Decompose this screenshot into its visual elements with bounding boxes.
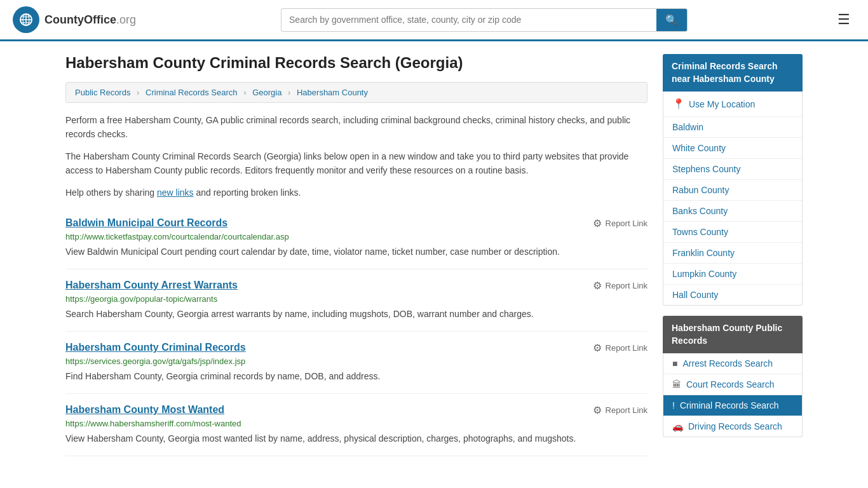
logo-icon: [13, 6, 39, 33]
sidebar-public-records-link[interactable]: Court Records Search: [686, 379, 775, 390]
record-title[interactable]: Habersham County Arrest Warrants: [65, 280, 238, 291]
record-title[interactable]: Baldwin Municipal Court Records: [65, 217, 227, 229]
record-item: Habersham County Criminal Records ⚙ Repo…: [65, 332, 648, 394]
breadcrumb-sep3: ›: [288, 88, 290, 97]
description-para3: Help others by sharing new links and rep…: [65, 186, 648, 200]
sidebar-item-icon: ■: [672, 358, 677, 369]
records-list: Baldwin Municipal Court Records ⚙ Report…: [65, 207, 648, 456]
new-links-link[interactable]: new links: [157, 187, 194, 198]
page-title: Habersham County Criminal Records Search…: [65, 54, 648, 72]
sidebar-public-records-item[interactable]: ! Criminal Records Search: [663, 395, 802, 416]
sidebar-nearby-item[interactable]: Banks County: [663, 201, 802, 222]
breadcrumb-sep1: ›: [137, 88, 139, 97]
sidebar-public-records-item[interactable]: 🏛 Court Records Search: [663, 374, 802, 395]
sidebar-nearby-link[interactable]: Banks County: [672, 206, 728, 216]
report-link[interactable]: ⚙ Report Link: [593, 404, 648, 416]
public-records-items: ■ Arrest Records Search 🏛 Court Records …: [663, 353, 802, 437]
breadcrumb-sep2: ›: [243, 88, 246, 97]
report-link[interactable]: ⚙ Report Link: [593, 217, 648, 229]
sidebar-nearby-item[interactable]: Franklin County: [663, 243, 802, 264]
location-icon: 📍: [672, 98, 685, 110]
report-label: Report Link: [606, 343, 648, 353]
use-location[interactable]: 📍 Use My Location: [663, 92, 802, 117]
record-item: Baldwin Municipal Court Records ⚙ Report…: [65, 207, 648, 269]
menu-icon: ☰: [837, 11, 850, 27]
sidebar-nearby-link[interactable]: Hall County: [672, 290, 718, 300]
search-button[interactable]: 🔍: [656, 9, 687, 31]
report-icon: ⚙: [593, 217, 602, 229]
record-item: Habersham County Arrest Warrants ⚙ Repor…: [65, 269, 648, 332]
description-para3-suffix: and reporting broken links.: [194, 187, 301, 198]
search-bar: 🔍: [281, 8, 688, 32]
sidebar-item-icon: 🏛: [672, 379, 681, 390]
record-item: Habersham County Most Wanted ⚙ Report Li…: [65, 394, 648, 456]
public-records-section: ■ Arrest Records Search 🏛 Court Records …: [663, 353, 803, 437]
logo-text: CountyOffice.org: [44, 13, 136, 27]
record-desc: Search Habersham County, Georgia arrest …: [65, 308, 648, 321]
sidebar: Criminal Records Search near Habersham C…: [663, 54, 803, 456]
breadcrumb: Public Records › Criminal Records Search…: [65, 82, 648, 103]
content-area: Habersham County Criminal Records Search…: [65, 54, 648, 456]
description-para3-prefix: Help others by sharing: [65, 187, 157, 198]
description-para1: Perform a free Habersham County, GA publ…: [65, 113, 648, 142]
sidebar-nearby-link[interactable]: White County: [672, 143, 726, 153]
sidebar-nearby-item[interactable]: Stephens County: [663, 159, 802, 180]
nearby-items: BaldwinWhite CountyStephens CountyRabun …: [663, 117, 802, 305]
sidebar-nearby-item[interactable]: White County: [663, 138, 802, 159]
record-desc: View Baldwin Municipal Court pending cou…: [65, 245, 648, 259]
sidebar-public-records-item[interactable]: 🚗 Driving Records Search: [663, 416, 802, 437]
sidebar-nearby-link[interactable]: Rabun County: [672, 185, 729, 195]
sidebar-nearby-item[interactable]: Rabun County: [663, 180, 802, 201]
use-location-link[interactable]: Use My Location: [689, 99, 755, 109]
description-para2: The Habersham County Criminal Records Se…: [65, 149, 648, 178]
record-title[interactable]: Habersham County Criminal Records: [65, 342, 246, 353]
sidebar-nearby-item[interactable]: Towns County: [663, 222, 802, 243]
report-icon: ⚙: [593, 404, 602, 416]
nearby-title: Criminal Records Search near Habersham C…: [663, 54, 803, 92]
search-icon: 🔍: [665, 15, 678, 25]
report-icon: ⚙: [593, 280, 602, 292]
sidebar-nearby-link[interactable]: Lumpkin County: [672, 269, 736, 279]
report-link[interactable]: ⚙ Report Link: [593, 342, 648, 354]
sidebar-nearby-link[interactable]: Towns County: [672, 227, 728, 237]
breadcrumb-criminal-records[interactable]: Criminal Records Search: [146, 88, 238, 97]
breadcrumb-georgia[interactable]: Georgia: [252, 88, 281, 97]
report-label: Report Link: [606, 281, 648, 290]
sidebar-item-icon: 🚗: [672, 421, 683, 431]
search-input[interactable]: [281, 10, 656, 30]
logo-area[interactable]: CountyOffice.org: [13, 6, 136, 33]
record-title[interactable]: Habersham County Most Wanted: [65, 404, 224, 416]
sidebar-nearby-item[interactable]: Lumpkin County: [663, 264, 802, 285]
breadcrumb-public-records[interactable]: Public Records: [75, 88, 130, 97]
report-label: Report Link: [606, 405, 648, 415]
record-url[interactable]: https://www.habershamsheriff.com/most-wa…: [65, 419, 648, 428]
record-url[interactable]: http://www.ticketfastpay.com/courtcalend…: [65, 232, 648, 241]
record-desc: Find Habersham County, Georgia criminal …: [65, 370, 648, 383]
sidebar-public-records-link[interactable]: Criminal Records Search: [680, 400, 779, 410]
record-url[interactable]: https://georgia.gov/popular-topic/warran…: [65, 294, 648, 304]
sidebar-public-records-item[interactable]: ■ Arrest Records Search: [663, 353, 802, 374]
public-records-title: Habersham County Public Records: [663, 316, 803, 353]
sidebar-nearby-link[interactable]: Stephens County: [672, 164, 740, 174]
report-icon: ⚙: [593, 342, 602, 354]
sidebar-nearby-link[interactable]: Baldwin: [672, 122, 703, 132]
sidebar-nearby-link[interactable]: Franklin County: [672, 248, 735, 258]
breadcrumb-habersham[interactable]: Habersham County: [297, 88, 368, 97]
sidebar-nearby-item[interactable]: Hall County: [663, 285, 802, 305]
sidebar-public-records-link[interactable]: Arrest Records Search: [682, 358, 773, 369]
sidebar-item-icon: !: [672, 400, 675, 410]
report-link[interactable]: ⚙ Report Link: [593, 280, 648, 292]
menu-button[interactable]: ☰: [832, 9, 855, 30]
sidebar-nearby-item[interactable]: Baldwin: [663, 117, 802, 138]
report-label: Report Link: [606, 219, 648, 228]
nearby-section: 📍 Use My Location BaldwinWhite CountySte…: [663, 92, 803, 306]
record-desc: View Habersham County, Georgia most want…: [65, 432, 648, 445]
record-url[interactable]: https://services.georgia.gov/gta/gafs/js…: [65, 356, 648, 366]
sidebar-public-records-link[interactable]: Driving Records Search: [688, 421, 782, 431]
